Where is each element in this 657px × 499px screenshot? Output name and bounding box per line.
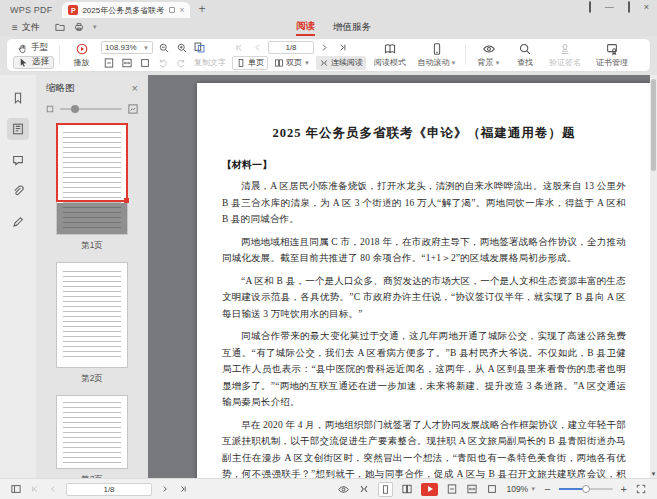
hand-tool-button[interactable]: 手型 [13, 42, 54, 55]
fit-width-button[interactable] [119, 56, 134, 69]
slider-knob[interactable] [71, 105, 79, 113]
thumbnails-panel-button[interactable] [7, 118, 29, 140]
thumbnail-size-slider[interactable] [36, 95, 148, 119]
play-mode-button[interactable] [421, 483, 438, 496]
tab-read[interactable]: 阅读 [296, 18, 315, 36]
window-controls: — × [589, 3, 649, 12]
auto-scroll-button[interactable]: 自动滚动▼ [414, 42, 460, 68]
rotate-right-icon[interactable] [173, 56, 188, 69]
app-logo: WPS PDF [8, 5, 62, 18]
zoom-in-button[interactable]: + [621, 484, 627, 495]
close-panel-icon[interactable]: × [132, 83, 138, 94]
single-page-button[interactable] [378, 482, 393, 497]
paperclip-icon [11, 184, 25, 198]
continuous-read-label: 连续阅读 [331, 57, 363, 68]
zoom-out-button[interactable] [156, 41, 171, 54]
file-menu-label: 文件 [22, 21, 40, 34]
print-icon[interactable] [73, 21, 85, 33]
double-page-label: 双页 [286, 57, 302, 68]
pdf-page[interactable]: 2025 年公务员多省联考《申论》（福建通用卷）题 【材料一】 清晨，A 区居民… [197, 83, 651, 478]
next-page-button[interactable] [160, 484, 170, 494]
single-page-button[interactable]: 单页 [232, 56, 268, 70]
minimize-button[interactable]: — [605, 3, 614, 12]
viewport-indicator[interactable] [56, 123, 128, 202]
zoom-level-dropdown[interactable]: 109%▼ [506, 484, 536, 494]
slider-track[interactable] [60, 108, 122, 110]
workspace-icon[interactable] [589, 3, 591, 12]
tab-value-services[interactable]: 增值服务 [333, 18, 371, 36]
thumbnail-panel: 缩略图 × 第1页 第2页 [36, 75, 148, 478]
zoom-slider[interactable] [559, 488, 613, 490]
fit-page-button[interactable] [446, 483, 458, 495]
thumbnail-page-1[interactable]: 第1页 [36, 123, 148, 252]
page-scale-button[interactable] [192, 41, 207, 54]
eye-protection-button[interactable] [337, 483, 350, 496]
select-tool-button[interactable]: 选择 [13, 56, 54, 69]
maximize-button[interactable] [628, 3, 630, 12]
play-button[interactable]: 播放 [65, 42, 98, 68]
prev-page-button[interactable] [48, 484, 58, 494]
background-button[interactable]: 背景▼ [471, 42, 507, 68]
document-viewer[interactable]: 2025 年公务员多省联考《申论》（福建通用卷）题 【材料一】 清晨，A 区居民… [148, 75, 657, 478]
document-tab[interactable]: P 2025年公务员多省联考《申... × [62, 2, 190, 18]
page-number-input[interactable]: 1/8 [66, 483, 152, 496]
book-icon [383, 42, 397, 56]
double-page-button[interactable]: 双页 ▼ [271, 56, 313, 70]
last-page-button[interactable] [335, 41, 350, 54]
thumbnail-label: 第1页 [81, 240, 103, 252]
first-page-button[interactable] [30, 484, 40, 494]
paragraph: 同城合作带来的最大变化莫过于交通，这几年两地开通了城际公交，实现了高速公路免费互… [222, 328, 626, 411]
quick-access-caret-icon[interactable]: ▼ [92, 24, 98, 30]
fullscreen-button[interactable] [635, 483, 647, 495]
continuous-read-button[interactable] [358, 483, 370, 495]
main-body: 缩略图 × 第1页 第2页 [0, 75, 657, 478]
copy-text-button[interactable]: 复制文字 [191, 56, 229, 70]
background-caret-icon: ▼ [494, 60, 500, 66]
thumbnail-page-2[interactable]: 第2页 [36, 262, 148, 385]
actual-size-button[interactable] [137, 56, 152, 69]
rotate-left-icon[interactable] [155, 56, 170, 69]
thumbnail-label: 第3页 [81, 474, 103, 478]
double-page-button[interactable] [401, 483, 413, 495]
close-tab-icon[interactable]: × [179, 6, 184, 15]
verify-signature-button[interactable]: 验证签名 [543, 42, 587, 68]
zoom-slider-knob[interactable] [582, 485, 590, 493]
zoom-in-button[interactable] [174, 41, 189, 54]
fit-width-button[interactable] [466, 483, 478, 495]
continuous-read-button[interactable]: 连续阅读 [316, 56, 366, 70]
first-page-button[interactable] [232, 41, 247, 54]
scroll-down-arrow-icon[interactable]: ▼ [650, 471, 657, 477]
zoom-level-dropdown[interactable]: 108.93% ▼ [101, 41, 153, 54]
zoom-out-button[interactable]: − [544, 484, 550, 495]
comments-panel-button[interactable] [7, 149, 29, 171]
prev-page-button[interactable] [250, 41, 265, 54]
next-page-button[interactable] [317, 41, 332, 54]
select-tool-label: 选择 [32, 56, 49, 68]
toggle-sidebar-button[interactable] [10, 483, 22, 495]
hand-icon [17, 43, 28, 54]
certificate-manage-button[interactable]: 证书管理 [590, 42, 634, 68]
open-folder-icon[interactable] [54, 21, 66, 33]
phone-icon [430, 42, 444, 56]
read-mode-button[interactable]: 阅读模式 [369, 42, 411, 68]
cursor-icon [18, 57, 29, 68]
find-button[interactable]: 查找 [510, 42, 540, 68]
attachments-panel-button[interactable] [7, 180, 29, 202]
viewport-resize-handle[interactable] [124, 198, 129, 203]
statusbar-view-controls: 109%▼ − + [337, 482, 647, 497]
last-page-button[interactable] [178, 484, 188, 494]
bookmarks-panel-button[interactable] [7, 87, 29, 109]
actual-size-button[interactable] [486, 483, 498, 495]
file-menu-button[interactable]: ≡ 文件 [8, 20, 44, 35]
close-window-button[interactable]: × [644, 3, 649, 12]
thumbnail-page-3[interactable]: 第3页 [36, 395, 148, 478]
scrollbar-thumb[interactable] [651, 79, 656, 171]
hamburger-icon: ≡ [12, 22, 18, 33]
vertical-scrollbar[interactable]: ▼ [650, 75, 657, 478]
quick-access-toolbar: ▼ [54, 21, 98, 33]
detach-window-icon[interactable] [169, 7, 175, 13]
fit-page-button[interactable] [101, 56, 116, 69]
signature-panel-button[interactable] [7, 211, 29, 233]
new-tab-button[interactable]: + [190, 2, 213, 18]
page-number-input[interactable]: 1/8 [268, 41, 314, 54]
